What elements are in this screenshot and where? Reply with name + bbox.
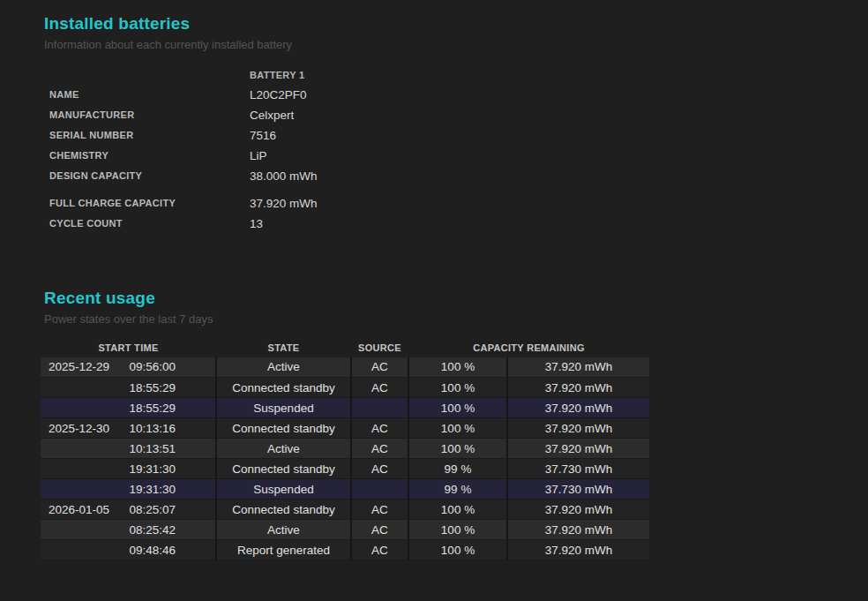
recent-usage-section: Recent usage Power states over the last … (44, 289, 868, 560)
usage-table-row: 19:31:30 Connected standby AC 99 % 37.73… (41, 459, 649, 479)
cell-capacity: 37.920 mWh (507, 378, 649, 398)
start-date: 2025-12-29 (41, 360, 109, 373)
cell-capacity: 37.920 mWh (507, 520, 649, 540)
cell-source (351, 398, 408, 418)
usage-table-header-row: START TIME STATE SOURCE CAPACITY REMAINI… (41, 338, 649, 357)
cell-source: AC (351, 378, 408, 398)
start-time: 10:13:16 (129, 422, 215, 435)
battery-field-row: CHEMISTRY LiP (49, 146, 868, 166)
usage-table-row: 18:55:29 Connected standby AC 100 % 37.9… (41, 378, 649, 398)
battery-field-label: CYCLE COUNT (49, 218, 250, 229)
cell-percent: 100 % (408, 418, 507, 439)
cell-state: Connected standby (216, 459, 351, 479)
cell-start-time: 10:13:51 (41, 439, 216, 459)
cell-start-time: 09:48:46 (41, 540, 216, 560)
cell-state: Suspended (216, 479, 351, 500)
start-time: 19:31:30 (129, 483, 215, 496)
cell-capacity: 37.920 mWh (507, 418, 649, 439)
cell-start-time: 2025-12-30 10:13:16 (41, 418, 216, 439)
battery-field-label: NAME (49, 89, 250, 100)
cell-capacity: 37.920 mWh (507, 540, 649, 560)
column-header-source: SOURCE (351, 338, 408, 357)
cell-state: Suspended (216, 398, 351, 418)
cell-source: AC (351, 439, 408, 459)
cell-capacity: 37.920 mWh (507, 439, 649, 459)
battery-fields-host: NAME L20C2PF0 MANUFACTURER Celxpert SERI… (49, 85, 868, 234)
start-time: 08:25:07 (129, 503, 215, 516)
cell-state: Active (216, 357, 351, 378)
installed-batteries-subtitle: Information about each currently install… (44, 38, 868, 51)
usage-table-row: 18:55:29 Suspended 100 % 37.920 mWh (41, 398, 649, 418)
start-date: 2025-12-30 (41, 422, 109, 435)
cell-percent: 100 % (408, 398, 507, 418)
battery-field-label: DESIGN CAPACITY (49, 170, 250, 181)
battery-field-label: CHEMISTRY (49, 150, 250, 161)
start-date: 2026-01-05 (41, 503, 109, 516)
cell-source: AC (351, 357, 408, 378)
installed-batteries-section: Installed batteries Information about ea… (44, 14, 868, 234)
battery-field-value: 38.000 mWh (250, 169, 318, 183)
cell-percent: 99 % (408, 459, 507, 479)
battery-info-grid: BATTERY 1 NAME L20C2PF0 MANUFACTURER Cel… (49, 65, 868, 234)
cell-start-time: 08:25:42 (41, 520, 216, 540)
recent-usage-title: Recent usage (44, 289, 868, 309)
cell-capacity: 37.920 mWh (507, 357, 649, 378)
cell-state: Connected standby (216, 378, 351, 398)
column-header-state: STATE (216, 338, 351, 357)
cell-source: AC (351, 540, 408, 560)
cell-percent: 99 % (408, 479, 507, 500)
cell-source: AC (351, 500, 408, 520)
cell-state: Connected standby (216, 418, 351, 439)
column-header-start-time: START TIME (41, 338, 216, 357)
cell-percent: 100 % (408, 378, 507, 398)
cell-capacity: 37.920 mWh (507, 500, 649, 520)
usage-table-row: 2025-12-30 10:13:16 Connected standby AC… (41, 418, 649, 439)
cell-source: AC (351, 520, 408, 540)
battery-field-row: NAME L20C2PF0 (49, 85, 868, 105)
cell-source (351, 479, 408, 500)
battery-report-page: Installed batteries Information about ea… (0, 0, 868, 560)
battery-column-header: BATTERY 1 (250, 65, 868, 85)
cell-percent: 100 % (408, 540, 507, 560)
battery-field-row: CYCLE COUNT 13 (49, 214, 868, 234)
start-time: 08:25:42 (129, 523, 215, 537)
cell-percent: 100 % (408, 357, 507, 378)
battery-field-row: FULL CHARGE CAPACITY 37.920 mWh (49, 193, 868, 214)
usage-table-row: 08:25:42 Active AC 100 % 37.920 mWh (41, 520, 649, 540)
cell-start-time: 18:55:29 (41, 378, 216, 398)
cell-start-time: 19:31:30 (41, 479, 216, 500)
cell-start-time: 2025-12-29 09:56:00 (41, 357, 216, 378)
battery-field-value: 13 (250, 217, 263, 230)
cell-state: Active (216, 439, 351, 459)
usage-table-row: 10:13:51 Active AC 100 % 37.920 mWh (41, 439, 649, 459)
cell-state: Report generated (216, 540, 351, 560)
usage-table-row: 2025-12-29 09:56:00 Active AC 100 % 37.9… (41, 357, 649, 378)
cell-start-time: 19:31:30 (41, 459, 216, 479)
start-time: 18:55:29 (129, 381, 215, 394)
battery-field-label: SERIAL NUMBER (49, 130, 250, 140)
battery-field-value: LiP (250, 149, 267, 162)
cell-state: Active (216, 520, 351, 540)
cell-capacity: 37.730 mWh (507, 459, 649, 479)
installed-batteries-title: Installed batteries (44, 14, 868, 34)
battery-field-row: DESIGN CAPACITY 38.000 mWh (49, 166, 868, 186)
battery-field-value: 37.920 mWh (250, 197, 318, 210)
usage-table-row: 09:48:46 Report generated AC 100 % 37.92… (41, 540, 649, 560)
battery-field-label: MANUFACTURER (49, 109, 250, 120)
battery-field-label: FULL CHARGE CAPACITY (49, 198, 250, 208)
cell-source: AC (351, 459, 408, 479)
usage-table-row: 19:31:30 Suspended 99 % 37.730 mWh (41, 479, 649, 500)
battery-field-value: L20C2PF0 (250, 88, 307, 101)
column-header-capacity-remaining: CAPACITY REMAINING (408, 338, 649, 357)
usage-table: START TIME STATE SOURCE CAPACITY REMAINI… (41, 338, 649, 561)
battery-field-row: MANUFACTURER Celxpert (49, 105, 868, 125)
battery-field-value: Celxpert (250, 109, 294, 122)
battery-field-value: 7516 (250, 129, 276, 142)
start-time: 19:31:30 (129, 462, 215, 476)
cell-start-time: 2026-01-05 08:25:07 (41, 500, 216, 520)
battery-field-row: SERIAL NUMBER 7516 (49, 125, 868, 146)
cell-percent: 100 % (408, 500, 507, 520)
cell-start-time: 18:55:29 (41, 398, 216, 418)
usage-table-row: 2026-01-05 08:25:07 Connected standby AC… (41, 500, 649, 520)
cell-capacity: 37.920 mWh (507, 398, 649, 418)
